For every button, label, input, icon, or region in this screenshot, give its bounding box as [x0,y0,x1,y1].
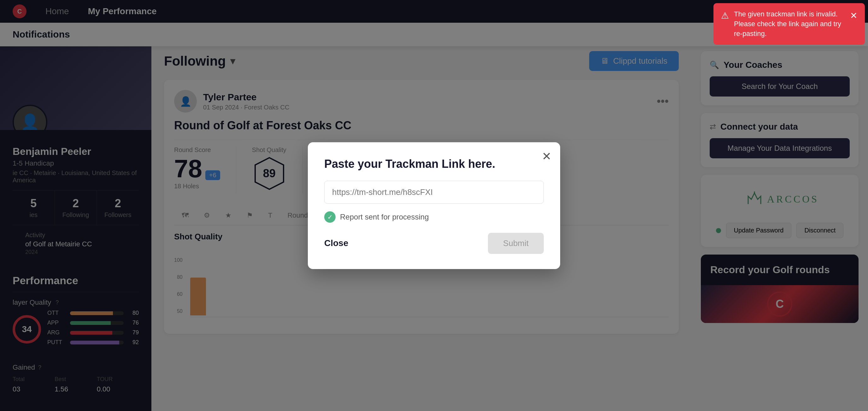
modal-footer: Close Submit [324,233,544,254]
toast-warning-icon: ⚠ [721,9,729,22]
modal-title: Paste your Trackman Link here. [324,157,544,171]
toast-message: The given trackman link is invalid. Plea… [734,9,845,38]
modal-close-button[interactable]: Close [324,238,348,248]
trackman-link-input[interactable] [324,181,544,204]
modal-success-message: ✓ Report sent for processing [324,211,544,223]
modal-overlay: Paste your Trackman Link here. ✕ ✓ Repor… [0,0,868,411]
modal-submit-button[interactable]: Submit [488,233,544,254]
success-checkmark-icon: ✓ [324,211,336,223]
modal-close-x-button[interactable]: ✕ [542,150,551,163]
trackman-modal: Paste your Trackman Link here. ✕ ✓ Repor… [308,142,560,269]
error-toast: ⚠ The given trackman link is invalid. Pl… [713,3,865,45]
success-text: Report sent for processing [340,213,429,221]
toast-close-button[interactable]: ✕ [850,9,857,22]
